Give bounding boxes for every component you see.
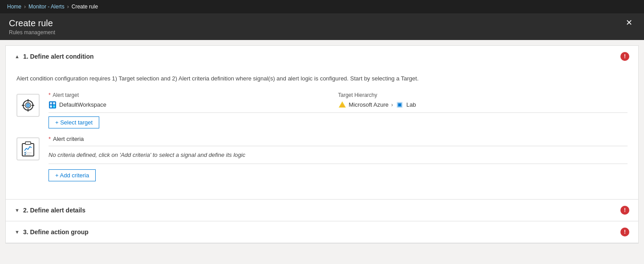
breadcrumb: Home › Monitor - Alerts › Create rule	[7, 4, 98, 10]
alert-target-col-header: * Alert target	[49, 92, 338, 98]
section-3-header[interactable]: ▼ 3. Define action group !	[6, 221, 638, 243]
section-1-title: 1. Define alert condition	[23, 53, 94, 60]
criteria-empty-message: No criteria defined, click on 'Add crite…	[49, 146, 628, 164]
close-button[interactable]: ✕	[623, 18, 635, 28]
section-2-header[interactable]: ▼ 2. Define alert details !	[6, 200, 638, 221]
section-2-title: 2. Define alert details	[23, 207, 85, 214]
alert-target-column: * Alert target	[49, 92, 338, 109]
svg-rect-14	[53, 105, 55, 108]
svg-rect-11	[50, 102, 52, 104]
chevron-down-3-icon: ▼	[15, 229, 20, 235]
main-content: ▲ 1. Define alert condition ! Alert cond…	[5, 45, 639, 244]
section-3-error-icon: !	[620, 228, 629, 236]
svg-rect-19	[398, 104, 401, 106]
lab-label: Lab	[406, 101, 416, 108]
page-header: Create rule Rules management ✕	[0, 13, 644, 40]
section-3-title: 3. Define action group	[23, 228, 89, 236]
breadcrumb-monitor-alerts[interactable]: Monitor - Alerts	[28, 4, 65, 10]
target-icon	[16, 94, 40, 117]
section-1-body: Alert condition configuration requires 1…	[6, 67, 638, 199]
svg-rect-12	[53, 102, 55, 104]
section-define-alert-condition: ▲ 1. Define alert condition ! Alert cond…	[6, 46, 638, 200]
select-target-container: + Select target	[49, 116, 628, 128]
hierarchy-arrow-icon: ›	[391, 102, 393, 108]
section-define-alert-details: ▼ 2. Define alert details !	[6, 200, 638, 221]
top-navigation-bar: Home › Monitor - Alerts › Create rule	[0, 0, 644, 13]
alert-target-value: DefaultWorkspace	[49, 101, 338, 109]
section-2-error-icon: !	[620, 206, 629, 215]
svg-rect-20	[22, 144, 34, 156]
criteria-icon-container	[16, 137, 40, 160]
page-subtitle: Rules management	[9, 29, 55, 36]
section-1-header[interactable]: ▲ 1. Define alert condition !	[6, 46, 638, 67]
select-target-button[interactable]: + Select target	[49, 116, 99, 128]
target-hierarchy-col-header: Target Hierarchy	[338, 92, 628, 98]
criteria-required-star: *	[49, 136, 51, 142]
section-1-error-icon: !	[620, 52, 629, 61]
required-star: *	[49, 92, 51, 98]
alert-target-row: * Alert target	[16, 92, 628, 128]
svg-rect-13	[50, 105, 52, 108]
page-title: Create rule	[9, 18, 55, 28]
workspace-icon	[49, 101, 57, 109]
chevron-up-icon: ▲	[15, 54, 20, 59]
azure-label: Microsoft Azure	[349, 101, 389, 108]
add-criteria-button[interactable]: + Add criteria	[49, 169, 96, 181]
lab-icon	[396, 101, 404, 109]
svg-rect-21	[25, 142, 31, 144]
chevron-down-2-icon: ▼	[15, 208, 20, 213]
criteria-chart-icon	[20, 141, 36, 157]
workspace-name: DefaultWorkspace	[59, 101, 106, 108]
section-1-description: Alert condition configuration requires 1…	[16, 74, 628, 83]
breadcrumb-current: Create rule	[72, 4, 98, 10]
section-define-action-group: ▼ 3. Define action group !	[6, 221, 638, 243]
breadcrumb-home[interactable]: Home	[7, 4, 21, 10]
target-details: * Alert target	[49, 92, 628, 128]
target-columns: * Alert target	[49, 92, 628, 113]
breadcrumb-separator-1: ›	[24, 4, 26, 10]
alert-criteria-row: * Alert criteria No criteria defined, cl…	[16, 136, 628, 181]
alert-criteria-label: * Alert criteria	[49, 136, 628, 142]
azure-icon	[338, 101, 346, 109]
target-hierarchy-column: Target Hierarchy Microsoft Azure ›	[338, 92, 628, 109]
target-hierarchy-value: Microsoft Azure › Lab	[338, 101, 628, 109]
criteria-details: * Alert criteria No criteria defined, cl…	[49, 136, 628, 181]
crosshair-icon	[21, 98, 35, 112]
breadcrumb-separator-2: ›	[67, 4, 69, 10]
